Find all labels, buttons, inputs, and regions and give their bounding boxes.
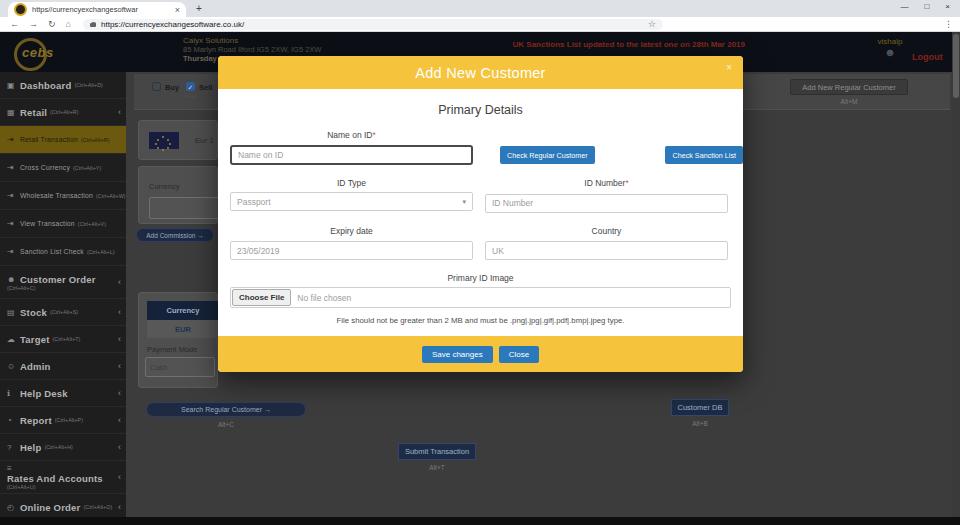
username: vishalp <box>860 37 920 46</box>
sidebar-item-sanction-list-check[interactable]: ⇥ Sanction List Check (Ctrl+Alt+L) <box>0 238 126 266</box>
check-sanction-list-button[interactable]: Check Sanction List <box>665 146 743 164</box>
currency-input[interactable] <box>149 197 221 219</box>
buy-checkbox[interactable] <box>152 82 161 91</box>
required-mark: * <box>625 178 628 188</box>
submit-transaction-button[interactable]: Submit Transaction <box>398 443 476 460</box>
add-new-regular-customer-button[interactable]: Add New Regular Customer <box>790 79 908 95</box>
cebs-logo: cebs <box>12 36 68 70</box>
expiry-date-label: Expiry date <box>230 226 473 236</box>
payment-card: Currency EUR Payment Mode <box>138 292 218 388</box>
dashboard-icon: ▣ <box>7 81 20 90</box>
modal-close-icon[interactable]: × <box>726 62 732 73</box>
report-icon: ◔ <box>7 416 20 425</box>
eur-flag-icon <box>149 132 179 149</box>
browser-tab-strip: https//currencyexchangesoftwar × + — □ × <box>0 0 960 17</box>
online-order-icon: ◴ <box>7 503 20 512</box>
id-number-label: ID Number* <box>485 178 728 188</box>
forward-icon[interactable]: → <box>29 20 38 29</box>
sidebar-item-rates-and-accounts[interactable]: ≡ Rates And Accounts ‹ (Ctrl+Alt+U) <box>0 461 126 494</box>
sidebar-item-stock[interactable]: ▤ Stock (Ctrl+Alt+S) ‹ <box>0 299 126 326</box>
sidebar-item-cross-currency[interactable]: ⇥ Cross Currency (Ctrl+Alt+Y) <box>0 154 126 182</box>
close-button[interactable]: Close <box>499 346 539 363</box>
admin-icon: ☺ <box>7 362 20 371</box>
home-icon[interactable]: ⌂ <box>66 20 71 29</box>
currency-table-header: Currency <box>147 301 219 320</box>
sidebar-item-customer-order[interactable]: ☻ Customer Order ‹ (Ctrl+Alt+C) <box>0 266 126 299</box>
modal-footer: Save changes Close <box>218 336 743 372</box>
primary-id-image-label: Primary ID Image <box>230 273 731 283</box>
sidebar-item-dashboard[interactable]: ▣ Dashboard (Ctrl+Alt+D) <box>0 72 126 99</box>
check-regular-customer-button[interactable]: Check Regular Customer <box>500 146 595 164</box>
company-address: 85 Marlyn Road Ilford IG5 2XW, IG5 2XW <box>183 45 321 54</box>
id-number-input[interactable] <box>485 194 728 213</box>
submit-transaction-shortcut: Alt+T <box>398 464 476 471</box>
name-on-id-label: Name on ID* <box>230 130 473 140</box>
chevron-icon: ‹ <box>118 472 121 482</box>
sidebar-item-view-transaction[interactable]: ⇥ View Transaction (Ctrl+Alt+V) <box>0 210 126 238</box>
tab-close-icon[interactable]: × <box>175 5 180 15</box>
sidebar-item-wholesale-transaction[interactable]: ⇥ Wholesale Transaction (Ctrl+Alt+W) <box>0 182 126 210</box>
required-mark: * <box>373 130 376 140</box>
browser-tab[interactable]: https//currencyexchangesoftwar × <box>8 2 186 17</box>
chevron-icon: ‹ <box>118 277 121 287</box>
page-scrollbar[interactable] <box>952 32 960 517</box>
scrollbar-thumb[interactable] <box>953 34 959 98</box>
logout-link[interactable]: Logout <box>912 52 943 62</box>
modal-body: Primary Details Name on ID* Check Regula… <box>218 89 743 336</box>
new-tab-button[interactable]: + <box>196 3 202 14</box>
sidebar-item-report[interactable]: ◔ Report (Ctrl+Alt+P) ‹ <box>0 407 126 434</box>
modal-header: Add New Customer × <box>218 56 743 89</box>
window-maximize-button[interactable]: □ <box>924 2 929 11</box>
chevron-icon: ‹ <box>118 442 121 452</box>
window-close-button[interactable]: × <box>945 2 950 11</box>
sell-shortcut: Alt+L <box>182 93 200 99</box>
bookmark-star-icon[interactable]: ☆ <box>648 19 656 29</box>
sidebar-item-help-desk[interactable]: ℹ Help Desk ‹ <box>0 380 126 407</box>
window-minimize-button[interactable]: — <box>900 2 908 11</box>
current-day: Thursday <box>183 54 217 63</box>
transaction-icon: ⇥ <box>7 163 20 172</box>
site-favicon-icon <box>14 3 27 16</box>
currency-card: Currency <box>138 166 218 224</box>
save-changes-button[interactable]: Save changes <box>422 346 493 363</box>
browser-menu-icon[interactable]: ⋮ <box>944 19 953 29</box>
user-icon[interactable]: ☻ <box>876 46 904 58</box>
back-icon[interactable]: ← <box>10 20 19 29</box>
search-regular-shortcut: Alt+C <box>146 421 306 428</box>
payment-mode-input[interactable] <box>145 357 215 377</box>
screen: https//currencyexchangesoftwar × + — □ ×… <box>0 0 960 525</box>
target-icon: ☁ <box>7 335 20 344</box>
sidebar-item-retail[interactable]: ▦ Retail (Ctrl+Alt+R) ‹ <box>0 99 126 126</box>
name-on-id-input[interactable] <box>230 145 473 165</box>
choose-file-button[interactable]: Choose File <box>232 289 291 306</box>
chevron-icon: ‹ <box>118 307 121 317</box>
rate-text: Eur 1 <box>195 136 214 145</box>
customer-db-shortcut: Alt+B <box>671 420 729 427</box>
payment-mode-label: Payment Mode <box>147 345 217 354</box>
id-type-select[interactable]: Passport ▾ <box>230 192 473 211</box>
expiry-date-input[interactable] <box>230 241 473 260</box>
url-field[interactable]: https://currencyexchangesoftware.co.uk/ … <box>83 19 663 30</box>
sell-checkbox[interactable]: ✓ <box>186 82 195 91</box>
chevron-icon: ‹ <box>118 361 121 371</box>
transaction-icon: ⇥ <box>7 219 20 228</box>
customer-order-icon: ☻ <box>7 275 20 284</box>
help-desk-icon: ℹ <box>7 389 20 398</box>
search-regular-customer-button[interactable]: Search Regular Customer → <box>146 402 306 417</box>
check-icon: ✓ <box>188 84 194 91</box>
sidebar-item-target[interactable]: ☁ Target (Ctrl+Alt+T) ‹ <box>0 326 126 353</box>
add-commission-button[interactable]: Add Commission → <box>136 228 214 242</box>
lock-icon <box>90 22 96 27</box>
customer-db-button[interactable]: Customer DB <box>671 399 729 416</box>
add-new-regular-shortcut: Alt+M <box>790 98 908 105</box>
sidebar-item-admin[interactable]: ☺ Admin ‹ <box>0 353 126 380</box>
rates-accounts-icon: ≡ <box>7 464 20 473</box>
chevron-icon: ‹ <box>118 502 121 512</box>
add-new-customer-modal: Add New Customer × Primary Details Name … <box>218 56 743 372</box>
country-input[interactable] <box>485 241 728 260</box>
sidebar-item-help[interactable]: ? Help (Ctrl+Alt+H) ‹ <box>0 434 126 461</box>
sidebar-item-retail-transaction[interactable]: ⇥ Retail Transaction (Ctrl+Alt+R) <box>0 126 126 154</box>
stock-icon: ▤ <box>7 308 20 317</box>
tab-title: https//currencyexchangesoftwar <box>32 5 171 14</box>
refresh-icon[interactable]: ↻ <box>48 20 56 29</box>
